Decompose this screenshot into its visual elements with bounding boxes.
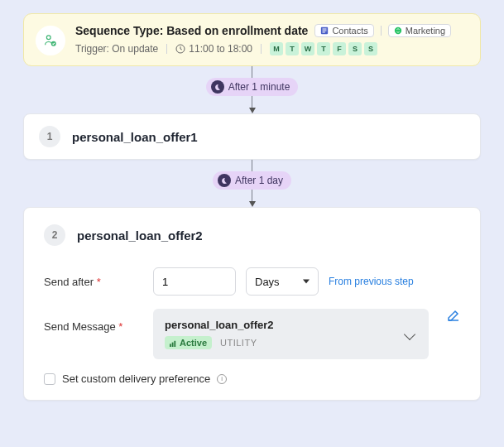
custom-delivery-checkbox[interactable] bbox=[44, 373, 55, 385]
svg-rect-8 bbox=[170, 344, 171, 347]
contacts-tag-label: Contacts bbox=[332, 26, 367, 36]
step-2-number: 2 bbox=[44, 224, 65, 246]
custom-delivery-label: Set custom delivery preference bbox=[62, 372, 210, 385]
moon-icon bbox=[218, 174, 231, 187]
connector-2: After 1 day bbox=[23, 160, 481, 207]
step-2-name: personal_loan_offer2 bbox=[77, 228, 203, 243]
moon-icon bbox=[211, 80, 224, 94]
days-of-week: M T W T F S S bbox=[270, 42, 377, 55]
clock-icon bbox=[175, 44, 185, 54]
message-name: personal_loan_offer2 bbox=[165, 319, 274, 331]
day-chip: T bbox=[317, 42, 330, 55]
delay-2-text: After 1 day bbox=[235, 175, 283, 186]
contacts-tag: Contacts bbox=[314, 24, 373, 37]
meta-divider-1 bbox=[166, 44, 167, 54]
arrow-down-icon bbox=[249, 108, 256, 113]
step-2-card: 2 personal_loan_offer2 Send after * Days… bbox=[23, 207, 481, 401]
delay-1-text: After 1 minute bbox=[228, 81, 290, 93]
tag-divider bbox=[381, 26, 382, 36]
day-chip: S bbox=[348, 42, 362, 55]
marketing-tag-label: Marketing bbox=[406, 26, 445, 36]
send-after-input[interactable] bbox=[153, 267, 236, 296]
message-select[interactable]: personal_loan_offer2 Active UTILITY bbox=[153, 309, 429, 359]
utility-tag: UTILITY bbox=[220, 338, 257, 348]
send-after-unit-select[interactable]: Days bbox=[246, 267, 319, 296]
day-chip: M bbox=[270, 42, 283, 55]
time-window: 11:00 to 18:00 bbox=[175, 43, 252, 55]
send-after-unit-text: Days bbox=[255, 276, 280, 288]
arrow-down-icon bbox=[249, 201, 256, 207]
send-message-label: Send Message * bbox=[44, 309, 143, 333]
svg-rect-3 bbox=[323, 29, 327, 30]
from-previous-step-link[interactable]: From previous step bbox=[329, 276, 414, 287]
svg-rect-10 bbox=[174, 340, 175, 346]
step-1-name: personal_loan_offer1 bbox=[72, 130, 198, 144]
signal-icon bbox=[170, 339, 177, 347]
info-icon[interactable]: i bbox=[217, 374, 227, 384]
trigger-label: Trigger: On update bbox=[75, 43, 158, 55]
edit-message-button[interactable] bbox=[447, 309, 460, 324]
day-chip: S bbox=[364, 42, 377, 55]
marketing-tag: Marketing bbox=[388, 24, 451, 37]
meta-divider-2 bbox=[261, 44, 262, 54]
svg-rect-4 bbox=[323, 31, 327, 31]
send-message-row: Send Message * personal_loan_offer2 Acti… bbox=[44, 309, 460, 359]
send-after-row: Send after * Days From previous step bbox=[44, 267, 460, 296]
sequence-header-card: Sequence Type: Based on enrollment date … bbox=[23, 13, 481, 66]
svg-rect-9 bbox=[172, 342, 174, 346]
active-status-tag: Active bbox=[165, 336, 212, 349]
delay-chip-1[interactable]: After 1 minute bbox=[206, 78, 299, 96]
day-chip: W bbox=[301, 42, 314, 55]
sequence-title: Sequence Type: Based on enrollment date bbox=[75, 24, 308, 37]
chevron-down-icon bbox=[404, 328, 415, 339]
step-1-card[interactable]: 1 personal_loan_offer1 bbox=[23, 113, 481, 160]
send-after-label: Send after * bbox=[44, 276, 143, 288]
svg-point-6 bbox=[395, 27, 401, 34]
sequence-icon bbox=[36, 26, 65, 55]
svg-point-0 bbox=[46, 36, 50, 40]
delay-chip-2[interactable]: After 1 day bbox=[213, 171, 291, 190]
day-chip: T bbox=[286, 42, 299, 55]
custom-delivery-row[interactable]: Set custom delivery preference i bbox=[44, 372, 460, 385]
time-window-text: 11:00 to 18:00 bbox=[189, 43, 252, 55]
connector-1: After 1 minute bbox=[23, 66, 481, 113]
day-chip: F bbox=[333, 42, 346, 55]
step-1-number: 1 bbox=[39, 126, 60, 147]
svg-rect-5 bbox=[323, 32, 325, 33]
